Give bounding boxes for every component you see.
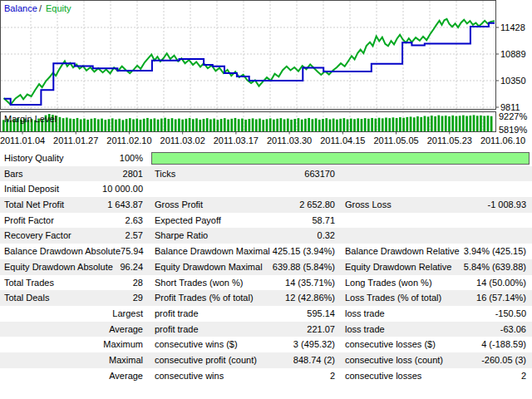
stat-label: Total Deals xyxy=(4,290,49,306)
margin-level-bar xyxy=(259,119,261,131)
margin-level-bar xyxy=(94,118,96,131)
stat-cell: Maximum xyxy=(4,337,143,352)
stat-label: Short Trades (won %) xyxy=(155,275,243,291)
margin-level-bar xyxy=(234,118,237,131)
stat-value: 2.57 xyxy=(126,228,143,244)
margin-level-bar xyxy=(311,119,313,131)
margin-level-bar xyxy=(378,118,381,131)
stat-cell: Total Net Profit1 643.87 xyxy=(4,197,143,213)
stat-value: 14 (35.71%) xyxy=(285,275,335,291)
margin-level-bar xyxy=(290,120,293,131)
stat-value: -260.05 (3) xyxy=(481,352,526,368)
margin-level-bar xyxy=(91,119,93,131)
stat-label: Loss Trades (% of total) xyxy=(345,290,441,306)
stat-cell: Gross Profit2 652.80 xyxy=(155,197,335,213)
x-axis-date-label: 2011.01.27 xyxy=(53,135,98,145)
margin-level-bar xyxy=(213,119,215,131)
stat-value: -63.06 xyxy=(500,322,526,337)
balance-equity-chart[interactable]: 11428108891035098119227%5819%2011.01.042… xyxy=(0,0,532,150)
stat-cell: Gross Loss-1 008.93 xyxy=(345,197,526,213)
stat-label: Sharpe Ratio xyxy=(155,228,208,244)
margin-level-bar xyxy=(279,118,282,131)
stat-cell: Equity Drawdown Maximal639.88 (5.84%) xyxy=(155,259,335,275)
margin-level-bar xyxy=(392,117,395,131)
margin-level-bar xyxy=(431,116,433,131)
margin-level-bar xyxy=(266,119,268,131)
stat-cell: Total Trades28 xyxy=(4,275,143,291)
margin-level-bar xyxy=(224,118,226,131)
margin-level-bar xyxy=(318,120,321,131)
stat-label: Gross Profit xyxy=(155,197,203,213)
table-row: Recovery Factor2.57Sharpe Ratio0.32 xyxy=(0,228,532,244)
table-row: Profit Factor2.63Expected Payoff58.71 xyxy=(0,213,532,229)
margin-level-bar xyxy=(315,118,318,131)
x-axis-date-label: 2011.05.23 xyxy=(427,135,472,145)
stat-value: 3 (495.32) xyxy=(293,337,335,352)
margin-level-bar xyxy=(241,119,244,131)
margin-level-bar xyxy=(382,118,384,131)
margin-level-bar xyxy=(480,116,482,131)
stat-value: 96.24 xyxy=(120,259,143,275)
stat-cell: consecutive wins2 xyxy=(155,368,335,384)
margin-level-bar xyxy=(80,119,82,131)
stat-label: Balance Drawdown Absolute xyxy=(4,244,121,259)
margin-level-bar xyxy=(175,119,177,131)
table-row: Largestprofit trade595.14loss trade-150.… xyxy=(0,306,532,322)
margin-level-bar xyxy=(126,119,128,131)
stat-cell: Loss Trades (% of total)16 (57.14%) xyxy=(345,290,526,306)
margin-level-bar xyxy=(249,119,251,131)
stat-label: profit trade xyxy=(155,322,199,337)
margin-level-bar xyxy=(76,118,79,131)
margin-level-bar xyxy=(385,118,387,132)
margin-level-bar xyxy=(269,118,272,131)
margin-level-bar xyxy=(396,118,398,131)
x-axis-date-label: 2011.03.17 xyxy=(214,135,259,145)
stat-label: Bars xyxy=(4,166,23,182)
stat-label: Long Trades (won %) xyxy=(345,275,432,291)
margin-level-bar xyxy=(164,118,166,131)
margin-level-bar xyxy=(195,118,198,131)
margin-level-bar xyxy=(466,116,468,131)
stat-cell: Profit Trades (% of total)12 (42.86%) xyxy=(155,290,335,306)
stat-label: History Quality xyxy=(4,150,64,166)
stat-cell: consecutive profit (count)848.74 (2) xyxy=(155,352,335,368)
stat-cell: consecutive losses ($)4 (-188.59) xyxy=(345,337,526,352)
margin-level-bar xyxy=(140,120,142,131)
margin-level-bar xyxy=(217,120,219,131)
stat-label: Expected Payoff xyxy=(155,213,221,229)
margin-level-bar xyxy=(209,119,212,131)
margin-level-bar xyxy=(339,119,342,131)
stat-value: 2 xyxy=(521,368,526,384)
stat-cell: loss trade-150.50 xyxy=(345,306,526,322)
stat-value: 5.84% (639.88) xyxy=(464,259,526,275)
margin-axis-label: 9227% xyxy=(499,111,527,121)
stat-value: 663170 xyxy=(304,166,335,182)
margin-level-bar xyxy=(276,119,278,131)
margin-level-bar xyxy=(171,118,174,131)
margin-level-bar xyxy=(487,116,490,131)
table-row: Averageconsecutive wins2consecutive loss… xyxy=(0,368,532,384)
stat-label: Total Trades xyxy=(4,275,54,291)
stat-value: 639.88 (5.84%) xyxy=(273,259,335,275)
stat-cell: Expected Payoff58.71 xyxy=(155,213,335,229)
margin-level-bar xyxy=(325,118,328,131)
stat-cell: Total Deals29 xyxy=(4,290,143,306)
margin-level-bar xyxy=(301,120,303,131)
balance-plot-box xyxy=(1,1,496,110)
stat-cell: Average xyxy=(4,368,143,384)
margin-level-bar xyxy=(262,120,264,131)
stat-cell: Largest xyxy=(4,306,143,322)
table-row: Total Deals29Profit Trades (% of total)1… xyxy=(0,290,532,306)
table-row: Equity Drawdown Absolute96.24Equity Draw… xyxy=(0,259,532,275)
stat-label: consecutive wins xyxy=(155,368,224,384)
stat-value: 2801 xyxy=(123,166,143,182)
stat-label: Balance Drawdown Relative xyxy=(345,244,460,259)
margin-level-bar xyxy=(459,116,461,131)
margin-level-bar xyxy=(350,119,352,131)
legend-balance: Balance xyxy=(4,3,37,13)
margin-level-bar xyxy=(456,116,458,131)
legend-equity: Equity xyxy=(46,3,71,13)
stat-label: Ticks xyxy=(155,166,175,182)
balance-equity-chart-area: 11428108891035098119227%5819%2011.01.042… xyxy=(0,0,532,150)
stat-value: Average xyxy=(109,368,143,384)
